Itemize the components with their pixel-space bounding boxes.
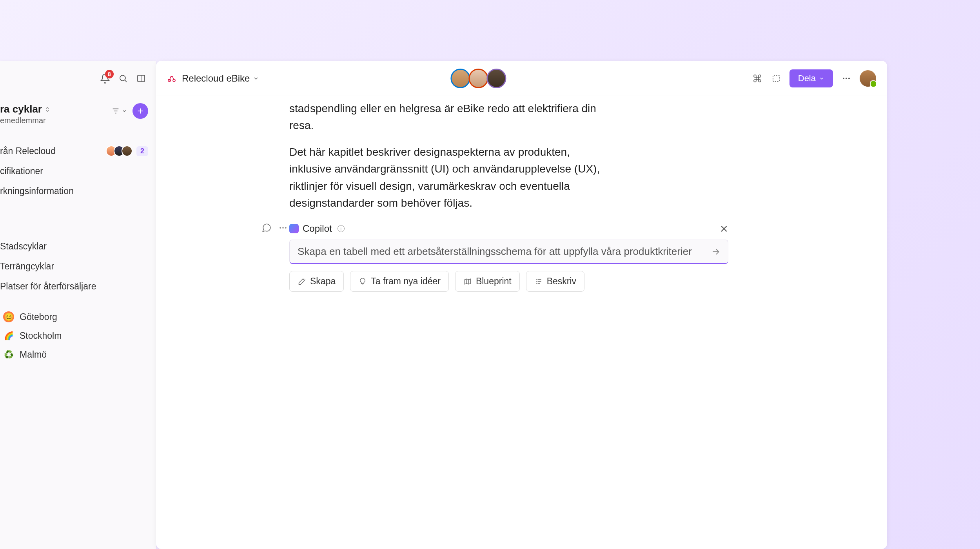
city-label: Göteborg xyxy=(20,312,57,322)
copilot-card: Copilot i ✕ Skapa en tabell med ett arbe… xyxy=(289,221,728,292)
sidebar-item-terrainbikes[interactable]: Terrängcyklar xyxy=(0,256,156,276)
copilot-label: Copilot xyxy=(303,223,332,234)
panel-icon xyxy=(136,74,146,83)
body-paragraph: Det här kapitlet beskriver designaspekte… xyxy=(183,144,607,212)
svg-point-7 xyxy=(848,78,850,79)
city-emoji-icon: 😊 xyxy=(3,311,14,322)
add-button[interactable] xyxy=(132,103,148,119)
chevron-down-icon xyxy=(122,108,127,114)
send-button[interactable] xyxy=(711,247,721,257)
more-horizontal-icon xyxy=(842,74,851,83)
presence-avatar[interactable] xyxy=(486,69,506,88)
sidebar-nav: rån Relecloud 2 cifikationer rkningsinfo… xyxy=(0,129,156,201)
chevron-down-icon xyxy=(253,75,259,82)
sidebar-item-label: rkningsinformation xyxy=(0,186,74,196)
bike-icon xyxy=(167,74,176,83)
filter-lines-icon xyxy=(111,107,120,115)
svg-point-10 xyxy=(285,227,287,229)
comment-button[interactable] xyxy=(261,222,272,233)
sidebar-item-label: Terrängcyklar xyxy=(0,261,54,272)
copilot-input[interactable]: Skapa en tabell med ett arbetsåterställn… xyxy=(289,240,728,264)
search-icon xyxy=(118,74,128,83)
chat-icon xyxy=(261,223,272,233)
copilot-suggestions: Skapa Ta fram nya idéer Blueprint Beskri… xyxy=(289,271,728,292)
item-count-badge: 2 xyxy=(136,146,148,156)
svg-point-5 xyxy=(843,78,844,79)
svg-rect-4 xyxy=(773,75,779,82)
list-icon xyxy=(534,277,543,286)
city-emoji-icon: ♻️ xyxy=(3,349,14,360)
sidebar-item-label: cifikationer xyxy=(0,166,43,176)
select-button[interactable] xyxy=(771,73,782,84)
presence-avatar[interactable] xyxy=(468,69,488,88)
sidebar-cities: 😊 Göteborg 🌈 Stockholm ♻️ Malmö xyxy=(0,296,156,364)
user-avatar[interactable] xyxy=(860,70,876,87)
sidebar-item-label: rån Relecloud xyxy=(0,146,56,156)
plus-icon xyxy=(136,107,145,115)
main-panel: Relecloud eBike Dela xyxy=(156,61,887,549)
sidebar-header: ra cyklar emedlemmar xyxy=(0,96,156,129)
sidebar-item-manufacturing[interactable]: rkningsinformation xyxy=(0,181,156,201)
chip-label: Ta fram nya idéer xyxy=(371,276,441,287)
wand-icon xyxy=(298,277,306,286)
chip-describe[interactable]: Beskriv xyxy=(526,271,584,292)
sidebar-item-specs[interactable]: cifikationer xyxy=(0,161,156,181)
notification-badge: 8 xyxy=(105,70,114,78)
chip-create[interactable]: Skapa xyxy=(289,271,344,292)
chip-label: Blueprint xyxy=(476,276,512,287)
chip-ideas[interactable]: Ta fram nya idéer xyxy=(350,271,449,292)
more-button[interactable] xyxy=(278,222,289,233)
copilot-logo-icon xyxy=(289,224,299,233)
workspace-subtitle: emedlemmar xyxy=(0,116,111,125)
chip-label: Skapa xyxy=(310,276,336,287)
lightbulb-icon xyxy=(358,277,367,286)
chip-label: Beskriv xyxy=(547,276,576,287)
copilot-input-text: Skapa en tabell med ett arbetsåterställn… xyxy=(298,245,692,257)
city-emoji-icon: 🌈 xyxy=(3,330,14,341)
selection-icon xyxy=(771,74,781,83)
keyboard-shortcut-button[interactable] xyxy=(752,73,763,84)
sidebar-categories: Stadscyklar Terrängcyklar Platser för åt… xyxy=(0,201,156,296)
arrow-right-icon xyxy=(711,247,721,257)
search-button[interactable] xyxy=(118,73,129,84)
svg-point-0 xyxy=(120,75,125,81)
filter-button[interactable] xyxy=(111,107,127,115)
more-horizontal-icon xyxy=(278,223,288,233)
sidebar: 8 ra cyklar emedlemmar xyxy=(0,61,156,549)
sidebar-item-resellers[interactable]: Platser för återförsäljare xyxy=(0,276,156,296)
document-title-button[interactable]: Relecloud eBike xyxy=(182,73,259,84)
sidebar-city-goteborg[interactable]: 😊 Göteborg xyxy=(0,307,156,326)
svg-point-9 xyxy=(282,227,284,229)
city-label: Stockholm xyxy=(20,331,62,341)
sidebar-top-icons: 8 xyxy=(0,61,156,96)
city-label: Malmö xyxy=(20,349,47,360)
command-icon xyxy=(753,74,762,83)
notifications-button[interactable]: 8 xyxy=(100,73,111,84)
sidebar-city-stockholm[interactable]: 🌈 Stockholm xyxy=(0,326,156,345)
sidebar-item-relecloud[interactable]: rån Relecloud 2 xyxy=(0,141,156,161)
chevron-down-icon xyxy=(819,76,824,81)
main-toolbar: Relecloud eBike Dela xyxy=(156,61,887,96)
chip-blueprint[interactable]: Blueprint xyxy=(455,271,520,292)
panel-toggle-button[interactable] xyxy=(136,73,147,84)
presence-avatars[interactable] xyxy=(452,69,506,88)
sidebar-item-label: Stadscyklar xyxy=(0,241,47,252)
map-icon xyxy=(463,277,472,286)
document-body: stadspendling eller en helgresa är eBike… xyxy=(156,96,887,292)
workspace-title[interactable]: ra cyklar xyxy=(0,103,51,115)
sidebar-city-malmo[interactable]: ♻️ Malmö xyxy=(0,345,156,364)
sidebar-item-label: Platser för återförsäljare xyxy=(0,281,96,292)
presence-avatar[interactable] xyxy=(450,69,470,88)
body-paragraph: stadspendling eller en helgresa är eBike… xyxy=(183,100,607,134)
more-menu-button[interactable] xyxy=(841,73,852,84)
expand-icon xyxy=(44,106,51,113)
share-button[interactable]: Dela xyxy=(789,69,833,87)
info-icon[interactable]: i xyxy=(338,225,345,232)
svg-rect-1 xyxy=(138,75,145,82)
svg-point-8 xyxy=(279,227,281,229)
mini-avatars xyxy=(109,145,132,156)
sidebar-item-citybikes[interactable]: Stadscyklar xyxy=(0,236,156,256)
close-button[interactable]: ✕ xyxy=(720,223,728,235)
svg-point-6 xyxy=(846,78,847,79)
